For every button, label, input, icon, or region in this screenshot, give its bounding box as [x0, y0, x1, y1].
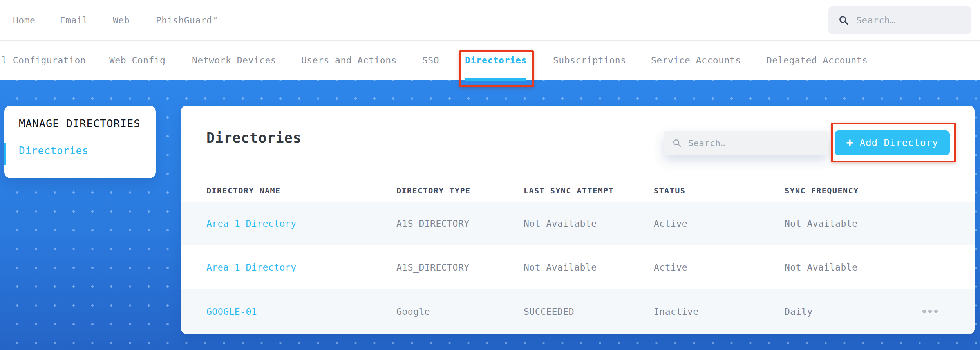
sidebar-active-indicator [4, 143, 6, 165]
directory-name-link[interactable]: Area 1 Directory [206, 245, 297, 289]
tab-service-accounts[interactable]: Service Accounts [651, 41, 741, 80]
column-header-directory-type: DIRECTORY TYPE [396, 180, 471, 202]
tab-configuration[interactable]: l Configuration [2, 41, 86, 80]
top-nav: Home Email Web PhishGuard™ [0, 0, 980, 41]
tab-web-config[interactable]: Web Config [109, 41, 165, 80]
row-actions-ellipsis-icon[interactable] [922, 310, 938, 313]
sync-frequency-cell: Daily [785, 289, 813, 334]
directory-type-cell: A1S_DIRECTORY [396, 202, 470, 245]
table-row: GOOGLE-01 Google SUCCEEDED Inactive Dail… [181, 289, 975, 334]
directories-search-input[interactable] [682, 138, 828, 148]
sidebar-title: MANAGE DIRECTORIES [19, 117, 141, 130]
plus-icon: + [846, 137, 854, 148]
page-title: Directories [206, 130, 302, 146]
status-cell: Active [654, 245, 687, 289]
top-nav-item-web[interactable]: Web [113, 0, 130, 41]
table-header: DIRECTORY NAME DIRECTORY TYPE LAST SYNC … [181, 180, 975, 202]
directory-type-cell: Google [396, 289, 430, 334]
top-nav-item-email[interactable]: Email [60, 0, 88, 41]
directory-name-link[interactable]: GOOGLE-01 [206, 289, 257, 334]
table-row: Area 1 Directory A1S_DIRECTORY Not Avail… [181, 245, 975, 289]
sync-frequency-cell: Not Available [785, 245, 858, 289]
tab-directories[interactable]: Directories [465, 41, 527, 80]
sync-frequency-cell: Not Available [785, 202, 858, 245]
search-icon [838, 15, 849, 25]
status-cell: Inactive [654, 289, 699, 334]
column-header-sync-frequency: SYNC FREQUENCY [785, 180, 859, 202]
last-sync-cell: Not Available [524, 202, 597, 245]
global-search[interactable] [828, 6, 971, 34]
page-canvas: Home Email Web PhishGuard™ l Configurati… [0, 0, 980, 350]
tab-delegated-accounts[interactable]: Delegated Accounts [767, 41, 868, 80]
column-header-status: STATUS [654, 180, 685, 202]
tab-subscriptions[interactable]: Subscriptions [553, 41, 626, 80]
top-nav-item-phishguard[interactable]: PhishGuard™ [156, 0, 218, 41]
tab-sso[interactable]: SSO [422, 41, 439, 80]
last-sync-cell: Not Available [524, 245, 597, 289]
global-search-input[interactable] [849, 15, 971, 25]
directory-name-link[interactable]: Area 1 Directory [206, 202, 297, 245]
directories-search[interactable] [664, 131, 828, 155]
sidebar-item-directories[interactable]: Directories [19, 145, 89, 157]
last-sync-cell: SUCCEEDED [524, 289, 574, 334]
table-row: Area 1 Directory A1S_DIRECTORY Not Avail… [181, 202, 975, 245]
sub-nav: l Configuration Web Config Network Devic… [0, 41, 980, 80]
add-directory-button[interactable]: + Add Directory [835, 130, 950, 155]
column-header-directory-name: DIRECTORY NAME [206, 180, 281, 202]
tab-network-devices[interactable]: Network Devices [192, 41, 276, 80]
active-tab-underline [465, 78, 526, 81]
tab-users-and-actions[interactable]: Users and Actions [301, 41, 397, 80]
directory-type-cell: A1S_DIRECTORY [396, 245, 470, 289]
directories-panel: Directories + Add Directory DIRECTORY NA… [181, 106, 975, 334]
search-icon [672, 138, 682, 148]
top-nav-item-home[interactable]: Home [13, 0, 35, 41]
column-header-last-sync: LAST SYNC ATTEMPT [524, 180, 614, 202]
add-directory-label: Add Directory [860, 137, 938, 148]
sidebar-card: MANAGE DIRECTORIES Directories [4, 106, 156, 178]
status-cell: Active [654, 202, 687, 245]
